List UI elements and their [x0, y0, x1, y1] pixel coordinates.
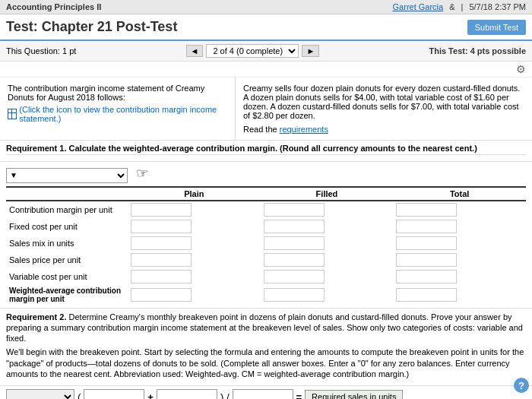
left-intro: The contribution margin income statement… [8, 84, 227, 102]
prev-button[interactable]: ◄ [186, 45, 204, 57]
left-panel: The contribution margin income statement… [0, 78, 236, 140]
read-requirements: Read the requirements [243, 125, 524, 134]
input-total-fc [393, 218, 526, 235]
question-label: This Question: 1 pt [6, 46, 76, 55]
table-row: Weighted-average contribution margin per… [6, 285, 526, 305]
table-row: Sales mix in units [6, 235, 526, 252]
req1-title: Requirement 1. Calculate the weighted-av… [6, 144, 526, 155]
test-pts: This Test: 4 pts possible [429, 46, 526, 55]
app-title: Accounting Principles II [6, 2, 101, 11]
total-cm-input[interactable] [396, 203, 457, 217]
input-total-wa [393, 285, 526, 305]
table-icon [8, 109, 17, 119]
equals-sign: = [296, 391, 302, 399]
total-sp-input[interactable] [396, 253, 457, 267]
formula-bar: ( + ) / = Required sales in units [0, 386, 532, 399]
next-button[interactable]: ► [302, 45, 319, 57]
read-label: Read the [243, 125, 277, 134]
total-wa-input[interactable] [396, 288, 457, 302]
view-statement-button[interactable]: (Click the icon to view the contribution… [8, 105, 227, 123]
filled-vc-input[interactable] [264, 270, 325, 283]
filled-sp-input[interactable] [264, 253, 325, 267]
progress-dropdown[interactable]: 2 of 4 (0 complete) [206, 44, 299, 58]
input-filled-fc [261, 218, 394, 235]
req1-title-text: Requirement 1. Calculate the weighted-av… [6, 144, 477, 153]
req2-section: Requirement 2. Determine Creamy's monthl… [0, 309, 532, 387]
table-container: ▼ ☞ Plain Filled Total Contribution marg… [0, 162, 532, 309]
nav-center: ◄ 2 of 4 (0 complete) ► [186, 44, 320, 58]
total-vc-input[interactable] [396, 270, 457, 283]
row-label-sp: Sales price per unit [6, 252, 128, 268]
input-total-sm [393, 235, 526, 252]
req2-para2: We'll begin with the breakeven point. St… [6, 347, 526, 379]
formula-input-2[interactable] [157, 389, 217, 399]
icon-label: (Click the icon to view the contribution… [19, 105, 227, 123]
main-content: The contribution margin income statement… [0, 78, 532, 141]
col-total-header: Total [393, 187, 526, 201]
plus-sign: + [147, 391, 154, 399]
table-row: Sales price per unit [6, 252, 526, 268]
row-label-cm: Contribution margin per unit [6, 201, 128, 218]
table-row: Fixed cost per unit [6, 218, 526, 235]
open-paren: ( [78, 391, 81, 399]
filled-wa-input[interactable] [264, 288, 325, 302]
gear-icon[interactable]: ⚙ [516, 63, 526, 75]
help-icon[interactable]: ? [514, 378, 529, 393]
input-total-sp [393, 252, 526, 268]
req2-title: Requirement 2. Determine Creamy's monthl… [6, 312, 526, 344]
input-plain-sp [128, 252, 261, 268]
input-filled-sp [261, 252, 394, 268]
right-panel: Creamy sells four dozen plain donuts for… [236, 78, 532, 140]
top-bar: Accounting Principles II Garret Garcia &… [0, 0, 532, 14]
progress-text: 2 of 4 (0 complete) [206, 44, 299, 58]
formula-select-1[interactable] [6, 389, 74, 399]
formula-input-1[interactable] [84, 389, 144, 399]
plain-vc-input[interactable] [131, 270, 192, 283]
filled-fc-input[interactable] [264, 220, 325, 233]
row-label-wa: Weighted-average contribution margin per… [6, 285, 128, 305]
result-label: Required sales in units [305, 390, 403, 399]
submit-test-button[interactable]: Submit Test [467, 20, 526, 35]
input-plain-sm [128, 235, 261, 252]
row-select-dropdown[interactable]: ▼ [6, 168, 128, 183]
input-plain-fc [128, 218, 261, 235]
question-info: This Question: 1 pt [6, 46, 76, 55]
input-total-cm [393, 201, 526, 218]
page-title: Test: Chapter 21 Post-Test [6, 19, 177, 35]
input-plain-vc [128, 268, 261, 285]
title-bar: Test: Chapter 21 Post-Test Submit Test [0, 14, 532, 41]
plain-wa-input[interactable] [131, 288, 192, 302]
requirements-link[interactable]: requirements [280, 125, 328, 134]
top-bar-right: Garret Garcia & | 5/7/18 2:37 PM [393, 2, 526, 11]
input-filled-vc [261, 268, 394, 285]
filled-cm-input[interactable] [264, 203, 325, 217]
user-name[interactable]: Garret Garcia [393, 2, 444, 11]
plain-cm-input[interactable] [131, 203, 192, 217]
datetime: 5/7/18 2:37 PM [469, 2, 526, 11]
row-label-vc: Variable cost per unit [6, 268, 128, 285]
formula-result: Required sales in units [305, 390, 403, 399]
row-label-fc: Fixed cost per unit [6, 218, 128, 235]
table-row: Contribution margin per unit [6, 201, 526, 218]
col-plain-header: Plain [128, 187, 261, 201]
plain-sm-input[interactable] [131, 236, 192, 250]
input-filled-wa [261, 285, 394, 305]
filled-sm-input[interactable] [264, 236, 325, 250]
nav-bar: This Question: 1 pt ◄ 2 of 4 (0 complete… [0, 41, 532, 62]
input-total-vc [393, 268, 526, 285]
separator-pipe: | [461, 2, 464, 11]
req1-section: Requirement 1. Calculate the weighted-av… [0, 141, 532, 162]
data-table: Plain Filled Total Contribution margin p… [6, 186, 526, 305]
input-filled-sm [261, 235, 394, 252]
hand-cursor-icon: ☞ [136, 165, 148, 182]
total-fc-input[interactable] [396, 220, 457, 233]
input-filled-cm [261, 201, 394, 218]
total-sm-input[interactable] [396, 236, 457, 250]
plain-sp-input[interactable] [131, 253, 192, 267]
dropdown-row: ▼ ☞ [6, 165, 526, 183]
input-plain-wa [128, 285, 261, 305]
plain-fc-input[interactable] [131, 220, 192, 233]
input-plain-cm [128, 201, 261, 218]
formula-input-3[interactable] [233, 389, 293, 399]
close-paren-divide: ) / [220, 391, 230, 399]
